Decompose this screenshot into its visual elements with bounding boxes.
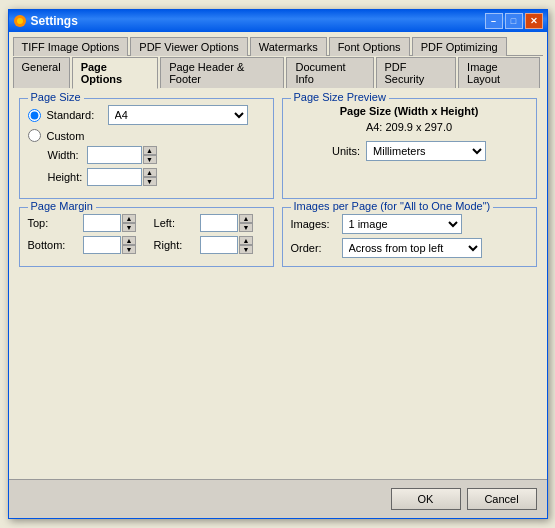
standard-radio[interactable] [28, 109, 41, 122]
images-per-page-group: Images per Page (for "All to One Mode") … [282, 207, 537, 267]
bottom-input[interactable]: 0 [83, 236, 121, 254]
height-input[interactable]: 2 [87, 168, 142, 186]
right-down-btn[interactable]: ▼ [239, 245, 253, 254]
height-row: Height: 2 ▲ ▼ [28, 168, 265, 186]
standard-row: Standard: A4 [28, 105, 265, 125]
left-spinner: 0 ▲ ▼ [200, 214, 265, 232]
custom-row: Custom [28, 129, 265, 142]
order-select[interactable]: Across from top left [342, 238, 482, 258]
width-spinner: 2 ▲ ▼ [87, 146, 157, 164]
minimize-button[interactable]: – [485, 13, 503, 29]
left-down-btn[interactable]: ▼ [239, 223, 253, 232]
cancel-button[interactable]: Cancel [467, 488, 537, 510]
page-size-group: Page Size Standard: A4 Custom [19, 98, 274, 199]
bottom-down-btn[interactable]: ▼ [122, 245, 136, 254]
tab-pdf-security[interactable]: PDF Security [376, 57, 457, 89]
height-down-btn[interactable]: ▼ [143, 177, 157, 186]
top-down-btn[interactable]: ▼ [122, 223, 136, 232]
standard-radio-label: Standard: [47, 109, 102, 121]
tab-pdf-viewer-options[interactable]: PDF Viewer Options [130, 37, 247, 56]
bottom-spinner: 0 ▲ ▼ [83, 236, 148, 254]
right-up-btn[interactable]: ▲ [239, 236, 253, 245]
tab-page-header-footer[interactable]: Page Header & Footer [160, 57, 284, 89]
bottom-row: Page Margin Top: 0 ▲ ▼ Left: [19, 207, 537, 267]
top-spinner: 0 ▲ ▼ [83, 214, 148, 232]
images-rows: Images: 1 image Order: Across from top l… [291, 214, 528, 258]
bottom-label: Bottom: [28, 239, 77, 251]
page-size-preview-group: Page Size Preview Page Size (Width x Hei… [282, 98, 537, 199]
order-row: Order: Across from top left [291, 238, 528, 258]
order-label: Order: [291, 242, 336, 254]
tab-document-info[interactable]: Document Info [286, 57, 373, 89]
height-spinner: 2 ▲ ▼ [87, 168, 157, 186]
tab-font-options[interactable]: Font Options [329, 37, 410, 56]
top-row: Page Size Standard: A4 Custom [19, 98, 537, 199]
tab-image-layout[interactable]: Image Layout [458, 57, 540, 89]
top-input[interactable]: 0 [83, 214, 121, 232]
top-up-btn[interactable]: ▲ [122, 214, 136, 223]
units-label: Units: [332, 145, 360, 157]
tabs-container: TIFF Image Options PDF Viewer Options Wa… [9, 32, 547, 88]
tab-watermarks[interactable]: Watermarks [250, 37, 327, 56]
tab-page-options[interactable]: Page Options [72, 57, 158, 89]
images-select[interactable]: 1 image [342, 214, 462, 234]
units-row: Units: Millimeters [291, 141, 528, 161]
settings-window: Settings – □ ✕ TIFF Image Options PDF Vi… [8, 9, 548, 519]
tabs-upper-row: TIFF Image Options PDF Viewer Options Wa… [9, 36, 547, 55]
standard-select[interactable]: A4 [108, 105, 248, 125]
images-group-label: Images per Page (for "All to One Mode") [291, 200, 494, 212]
left-up-btn[interactable]: ▲ [239, 214, 253, 223]
tabs-lower-row: General Page Options Page Header & Foote… [9, 56, 547, 88]
width-down-btn[interactable]: ▼ [143, 155, 157, 164]
margin-group-label: Page Margin [28, 200, 96, 212]
width-input[interactable]: 2 [87, 146, 142, 164]
custom-radio-label: Custom [47, 130, 102, 142]
maximize-button[interactable]: □ [505, 13, 523, 29]
left-label: Left: [154, 217, 194, 229]
right-spinner: 0 ▲ ▼ [200, 236, 265, 254]
window-title: Settings [31, 14, 78, 28]
footer: OK Cancel [9, 479, 547, 518]
title-bar: Settings – □ ✕ [9, 10, 547, 32]
preview-title: Page Size (Width x Height) [291, 105, 528, 117]
page-margin-group: Page Margin Top: 0 ▲ ▼ Left: [19, 207, 274, 267]
svg-point-1 [17, 18, 23, 24]
bottom-up-btn[interactable]: ▲ [122, 236, 136, 245]
width-label: Width: [28, 149, 83, 161]
right-label: Right: [154, 239, 194, 251]
height-up-btn[interactable]: ▲ [143, 168, 157, 177]
top-label: Top: [28, 217, 77, 229]
left-input[interactable]: 0 [200, 214, 238, 232]
preview-group-label: Page Size Preview [291, 91, 389, 103]
units-select[interactable]: Millimeters [366, 141, 486, 161]
page-size-label: Page Size [28, 91, 84, 103]
ok-button[interactable]: OK [391, 488, 461, 510]
tab-pdf-optimizing[interactable]: PDF Optimizing [412, 37, 507, 56]
width-up-btn[interactable]: ▲ [143, 146, 157, 155]
tab-tiff-image-options[interactable]: TIFF Image Options [13, 37, 129, 56]
close-button[interactable]: ✕ [525, 13, 543, 29]
images-label: Images: [291, 218, 336, 230]
main-content: Page Size Standard: A4 Custom [9, 88, 547, 479]
right-input[interactable]: 0 [200, 236, 238, 254]
preview-dimension: A4: 209.9 x 297.0 [291, 121, 528, 133]
margin-grid: Top: 0 ▲ ▼ Left: 0 [28, 214, 265, 254]
custom-radio[interactable] [28, 129, 41, 142]
height-label: Height: [28, 171, 83, 183]
width-row: Width: 2 ▲ ▼ [28, 146, 265, 164]
content-area: Page Size Standard: A4 Custom [9, 88, 547, 277]
images-row: Images: 1 image [291, 214, 528, 234]
title-icon [13, 14, 27, 28]
tab-general[interactable]: General [13, 57, 70, 89]
